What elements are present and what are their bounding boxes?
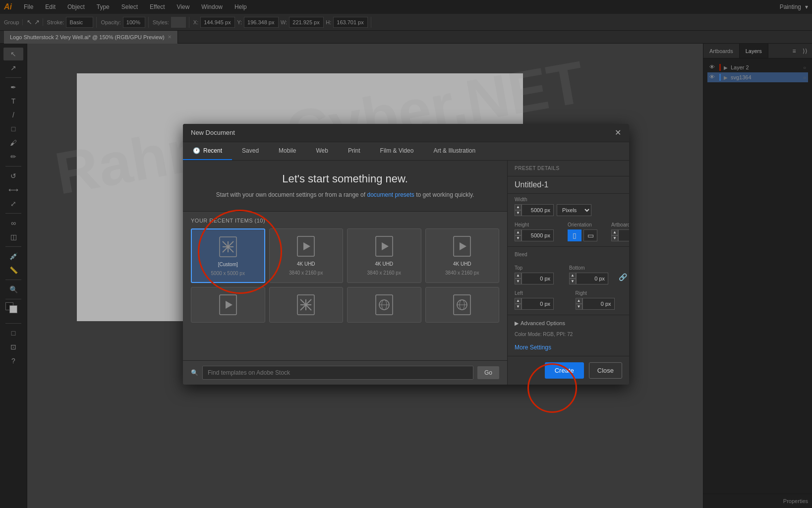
recent-item-icon bbox=[296, 293, 316, 316]
dialog-header: New Document ✕ bbox=[183, 124, 629, 142]
create-button[interactable]: Create bbox=[545, 362, 584, 379]
height-stepper-btns: ▲ ▼ bbox=[515, 229, 522, 241]
recent-item[interactable] bbox=[425, 287, 500, 323]
tab-film-video[interactable]: Film & Video bbox=[370, 142, 424, 160]
search-icon: 🔍 bbox=[191, 369, 198, 376]
preset-name: Untitled-1 bbox=[508, 176, 629, 194]
recent-section: YOUR RECENT ITEMS (10) bbox=[183, 212, 507, 360]
recent-item[interactable]: 4K UHD 3840 x 2160 px bbox=[347, 228, 421, 283]
new-document-dialog: New Document ✕ 🕐 Recent Saved Mobile Web… bbox=[183, 124, 629, 385]
recent-item[interactable]: 4K UHD 3840 x 2160 px bbox=[425, 228, 500, 283]
bottom-input[interactable] bbox=[576, 273, 608, 284]
recent-item-size: 5000 x 5000 px bbox=[211, 271, 245, 276]
right-stepper: ▲ ▼ bbox=[576, 298, 623, 310]
artboards-increment[interactable]: ▲ bbox=[611, 229, 618, 235]
bleed-top-field: Top ▲ ▼ bbox=[508, 262, 562, 287]
width-decrement[interactable]: ▼ bbox=[515, 210, 522, 216]
orientation-buttons: ▯ ▭ bbox=[568, 229, 597, 241]
bottom-stepper: ▲ ▼ bbox=[569, 273, 610, 284]
bottom-increment[interactable]: ▲ bbox=[569, 273, 576, 279]
width-input[interactable] bbox=[522, 204, 554, 216]
tab-print[interactable]: Print bbox=[338, 142, 370, 160]
top-label: Top bbox=[515, 265, 555, 271]
height-stepper: ▲ ▼ bbox=[515, 229, 554, 241]
left-decrement[interactable]: ▼ bbox=[515, 304, 522, 310]
bleed-right-field: Right ▲ ▼ bbox=[569, 287, 630, 313]
dialog-tabs: 🕐 Recent Saved Mobile Web Print Film & V… bbox=[183, 142, 629, 161]
close-dialog-button[interactable]: Close bbox=[589, 362, 622, 379]
bleed-bottom-field: Bottom ▲ ▼ bbox=[562, 262, 617, 287]
recent-item-name: 4K UHD bbox=[453, 261, 471, 267]
preset-header: PRESET DETAILS bbox=[508, 161, 629, 176]
bleed-label: Bleed bbox=[515, 252, 622, 257]
link-constraints-icon[interactable]: 🔗 bbox=[617, 271, 629, 283]
height-orientation-row: Height ▲ ▼ Orientation bbox=[508, 219, 629, 244]
recent-item[interactable]: 4K UHD 3840 x 2160 px bbox=[269, 228, 344, 283]
hero-text: Start with your own document settings or… bbox=[195, 190, 495, 199]
top-increment[interactable]: ▲ bbox=[515, 273, 522, 279]
recent-header: YOUR RECENT ITEMS (10) bbox=[191, 218, 499, 224]
bottom-label: Bottom bbox=[569, 265, 610, 271]
tab-recent[interactable]: 🕐 Recent bbox=[183, 142, 232, 160]
height-input[interactable] bbox=[522, 229, 554, 241]
recent-item-name: 4K UHD bbox=[375, 261, 393, 267]
color-mode-info: Color Mode: RGB, PPI: 72 bbox=[508, 330, 629, 339]
right-increment[interactable]: ▲ bbox=[576, 298, 582, 304]
recent-items-grid: [Custom] 5000 x 5000 px 4K UHD bbox=[191, 228, 499, 323]
tab-art-illustration[interactable]: Art & Illustration bbox=[423, 142, 485, 160]
bottom-decrement[interactable]: ▼ bbox=[569, 279, 576, 284]
top-decrement[interactable]: ▼ bbox=[515, 279, 522, 284]
advanced-options-toggle[interactable]: ▶ Advanced Options bbox=[515, 320, 622, 327]
tab-mobile[interactable]: Mobile bbox=[269, 142, 306, 160]
recent-item-size: 3840 x 2160 px bbox=[445, 270, 479, 276]
template-search-go-button[interactable]: Go bbox=[477, 366, 499, 379]
width-label: Width bbox=[515, 197, 622, 202]
recent-item[interactable] bbox=[347, 287, 421, 323]
recent-item[interactable]: [Custom] 5000 x 5000 px bbox=[191, 228, 265, 283]
artboards-decrement[interactable]: ▼ bbox=[611, 235, 618, 241]
height-decrement[interactable]: ▼ bbox=[515, 235, 522, 241]
template-search-input[interactable] bbox=[202, 366, 473, 380]
unit-select[interactable]: Pixels Inches Millimeters Centimeters Po… bbox=[557, 204, 591, 216]
left-label: Left bbox=[515, 290, 562, 296]
height-row: ▲ ▼ bbox=[515, 229, 554, 241]
left-input[interactable] bbox=[522, 298, 554, 310]
artboards-input[interactable] bbox=[618, 229, 629, 241]
artboards-label: Artboards bbox=[611, 222, 629, 227]
bleed-top-bottom-row: Top ▲ ▼ Bottom ▲ bbox=[508, 262, 629, 287]
tab-saved[interactable]: Saved bbox=[232, 142, 269, 160]
orientation-label: Orientation bbox=[568, 222, 597, 227]
bleed-left-right-row: Left ▲ ▼ Right ▲ bbox=[508, 287, 629, 313]
more-settings-link[interactable]: More Settings bbox=[508, 339, 629, 356]
dialog-left-section: Let's start something new. Start with yo… bbox=[183, 161, 508, 385]
landscape-btn[interactable]: ▭ bbox=[583, 229, 597, 241]
advanced-label: Advanced Options bbox=[521, 320, 565, 326]
top-input[interactable] bbox=[522, 273, 554, 284]
dialog-title: New Document bbox=[191, 129, 235, 136]
tab-web[interactable]: Web bbox=[306, 142, 338, 160]
hero-title: Let's start something new. bbox=[195, 172, 495, 185]
dialog-close-button[interactable]: ✕ bbox=[615, 129, 621, 137]
dialog-right-section: PRESET DETAILS Untitled-1 Width ▲ ▼ bbox=[508, 161, 629, 385]
bleed-left-field: Left ▲ ▼ bbox=[508, 287, 569, 313]
height-increment[interactable]: ▲ bbox=[515, 229, 522, 235]
width-increment[interactable]: ▲ bbox=[515, 204, 522, 210]
width-field: Width ▲ ▼ Pixels Inches Millime bbox=[508, 194, 629, 219]
hero-link[interactable]: document presets bbox=[367, 191, 414, 198]
right-label: Right bbox=[576, 290, 623, 296]
dialog-overlay: New Document ✕ 🕐 Recent Saved Mobile Web… bbox=[0, 0, 812, 508]
recent-item-icon bbox=[374, 293, 394, 316]
height-label: Height bbox=[515, 222, 554, 227]
dialog-footer: Create Close bbox=[508, 356, 629, 385]
recent-item[interactable] bbox=[269, 287, 344, 323]
right-decrement[interactable]: ▼ bbox=[576, 304, 582, 310]
right-input[interactable] bbox=[582, 298, 615, 310]
portrait-btn[interactable]: ▯ bbox=[568, 229, 581, 241]
recent-item-icon bbox=[218, 293, 238, 316]
recent-item-icon bbox=[296, 235, 316, 258]
template-search: 🔍 Go bbox=[183, 360, 507, 385]
width-row: ▲ ▼ Pixels Inches Millimeters Centimeter… bbox=[515, 204, 622, 216]
left-increment[interactable]: ▲ bbox=[515, 298, 522, 304]
dialog-body: Let's start something new. Start with yo… bbox=[183, 161, 629, 385]
recent-item[interactable] bbox=[191, 287, 265, 323]
